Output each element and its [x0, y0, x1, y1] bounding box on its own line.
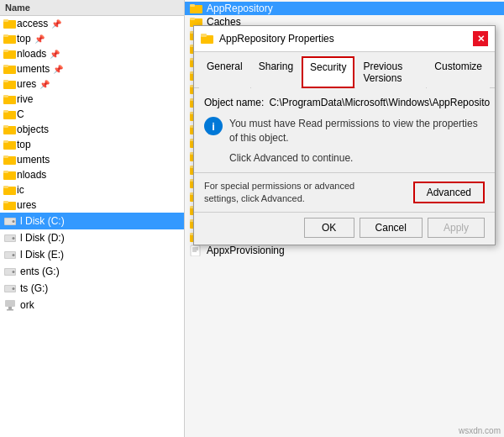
network-icon: [3, 298, 17, 312]
folder-icon: [3, 63, 17, 75]
dialog-footer: OK Cancel Apply: [194, 212, 495, 245]
svg-point-34: [13, 254, 15, 256]
sidebar-item-rive[interactable]: rive: [0, 92, 184, 107]
sidebar-item-ic[interactable]: ic: [0, 182, 184, 197]
sidebar-item-access[interactable]: access 📌: [0, 16, 184, 31]
folder-icon: [3, 33, 17, 45]
advanced-button[interactable]: Advanced: [413, 182, 485, 203]
svg-rect-25: [3, 201, 8, 203]
dialog-content: Object name: C:\ProgramData\Microsoft\Wi…: [194, 88, 495, 172]
svg-rect-21: [3, 171, 8, 173]
dialog-title: AppRepository Properties: [219, 33, 334, 45]
sidebar-drive-c[interactable]: l Disk (C:): [0, 213, 184, 229]
folder-icon: [3, 124, 17, 135]
pin-icon: 📌: [34, 34, 45, 44]
sidebar-item-objects[interactable]: objects: [0, 122, 184, 137]
svg-rect-85: [201, 34, 207, 37]
object-name-row: Object name: C:\ProgramData\Microsoft\Wi…: [204, 97, 485, 108]
folder-icon: [3, 108, 17, 120]
pin-icon: 📌: [53, 65, 63, 74]
close-button[interactable]: ✕: [473, 31, 488, 46]
svg-rect-11: [3, 95, 8, 97]
cancel-button[interactable]: Cancel: [360, 218, 423, 238]
folder-icon: [3, 139, 17, 150]
sidebar-item-uments[interactable]: uments 📌: [0, 61, 184, 76]
pin-icon: 📌: [39, 80, 50, 89]
svg-rect-5: [3, 50, 8, 52]
drive-icon: [3, 248, 17, 261]
svg-rect-43: [7, 309, 13, 311]
properties-dialog: AppRepository Properties ✕ General Shari…: [193, 25, 496, 245]
svg-rect-19: [3, 155, 8, 158]
svg-point-40: [13, 287, 15, 290]
tab-customize[interactable]: Customize: [427, 56, 490, 88]
tab-sharing[interactable]: Sharing: [251, 56, 301, 88]
svg-rect-17: [3, 140, 8, 143]
sidebar-drive-d[interactable]: l Disk (D:): [0, 229, 184, 246]
pin-icon: 📌: [51, 19, 61, 29]
svg-rect-13: [3, 110, 8, 113]
drive-icon: [3, 214, 17, 228]
sidebar-list: access 📌 top 📌 nloads 📌 uments 📌 ures 📌 …: [0, 16, 184, 437]
network-drive-icon: [3, 282, 17, 295]
watermark: wsxdn.com: [459, 426, 501, 435]
sidebar-item-uments2[interactable]: uments: [0, 152, 184, 167]
folder-title-icon: [201, 32, 214, 45]
sidebar-item-nloads2[interactable]: nloads: [0, 167, 184, 182]
sidebar-item-ures[interactable]: ures 📌: [0, 76, 184, 92]
sidebar-drive-network[interactable]: ork: [0, 297, 184, 313]
tab-general[interactable]: General: [199, 56, 250, 88]
dialog-titlebar: AppRepository Properties ✕: [194, 26, 495, 52]
sidebar-header: Name: [0, 0, 184, 16]
drive-icon: [3, 231, 17, 245]
sidebar-item-c[interactable]: C: [0, 107, 184, 122]
object-name-value: C:\ProgramData\Microsoft\Windows\AppRepo…: [269, 97, 490, 108]
svg-point-37: [13, 271, 15, 273]
sidebar: Name access 📌 top 📌 nloads 📌 uments 📌 ur…: [0, 0, 185, 437]
click-advanced-text: Click Advanced to continue.: [229, 152, 485, 164]
sidebar-drive-g1[interactable]: ents (G:): [0, 263, 184, 280]
svg-rect-3: [3, 34, 8, 37]
sidebar-item-top2[interactable]: top: [0, 137, 184, 152]
folder-icon: [3, 199, 17, 211]
svg-rect-23: [3, 186, 8, 188]
pin-icon: 📌: [50, 50, 60, 59]
folder-icon: [3, 18, 17, 29]
svg-rect-9: [3, 80, 8, 82]
main-area: AppRepository Caches ClipSVC DeviceMetad…: [185, 0, 504, 437]
dialog-overlay: AppRepository Properties ✕ General Shari…: [185, 0, 504, 437]
folder-icon: [3, 184, 17, 196]
folder-icon: [3, 169, 17, 181]
sidebar-drive-e[interactable]: l Disk (E:): [0, 246, 184, 263]
sidebar-drive-g2[interactable]: ts (G:): [0, 280, 184, 297]
sidebar-item-top1[interactable]: top 📌: [0, 31, 184, 46]
svg-rect-15: [3, 125, 8, 128]
svg-rect-1: [3, 19, 8, 22]
object-name-label: Object name:: [204, 97, 264, 108]
folder-icon: [3, 78, 17, 90]
info-icon: i: [204, 117, 223, 135]
svg-point-28: [13, 220, 15, 223]
network-drive-icon: [3, 265, 17, 278]
svg-rect-42: [8, 307, 12, 309]
tab-security[interactable]: Security: [302, 56, 354, 88]
svg-point-31: [13, 237, 15, 240]
svg-rect-7: [3, 65, 8, 67]
apply-button[interactable]: Apply: [428, 218, 485, 238]
sidebar-item-ures2[interactable]: ures: [0, 197, 184, 213]
ok-button[interactable]: OK: [304, 218, 354, 238]
folder-icon: [3, 48, 17, 60]
svg-rect-41: [5, 300, 15, 307]
info-box: i You must have Read permissions to view…: [204, 117, 485, 145]
dialog-tabs: General Sharing Security Previous Versio…: [194, 52, 495, 88]
tab-previous-versions[interactable]: Previous Versions: [355, 56, 426, 88]
folder-icon: [3, 93, 17, 105]
info-message: You must have Read permissions to view t…: [229, 117, 485, 145]
dialog-bottom: For special permissions or advanced sett…: [194, 172, 495, 213]
folder-icon: [3, 154, 17, 166]
bottom-left-text: For special permissions or advanced sett…: [204, 180, 355, 206]
sidebar-item-nloads[interactable]: nloads 📌: [0, 46, 184, 61]
